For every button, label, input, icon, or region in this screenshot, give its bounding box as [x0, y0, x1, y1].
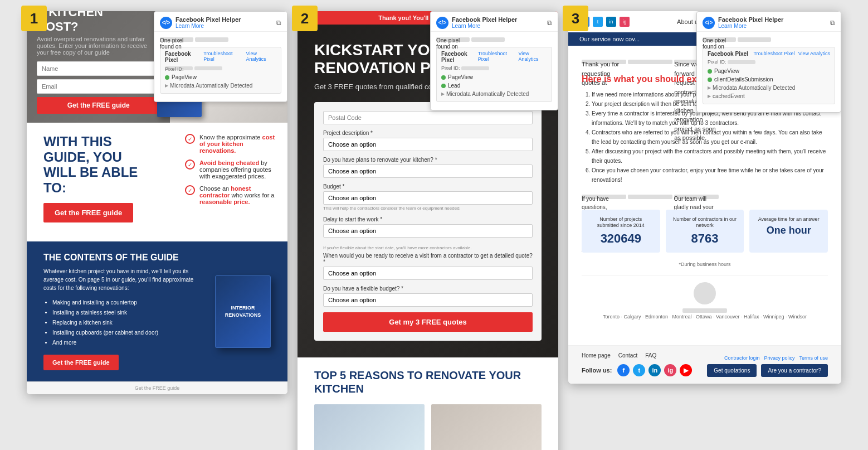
- contact-note: If you have questions, suggestions or co…: [582, 192, 828, 201]
- nav-ig-icon[interactable]: ig: [620, 17, 630, 27]
- pixel-learn-more-2[interactable]: Learn More: [452, 23, 517, 29]
- page3-footer: Home page Contact FAQ Contractor login P…: [568, 345, 841, 384]
- nav-tw-icon[interactable]: t: [593, 17, 603, 27]
- pixel-event-pageview-label: PageView: [448, 74, 473, 80]
- pixel-learn-more-3[interactable]: Learn More: [718, 23, 783, 29]
- footer-link-faq[interactable]: FAQ: [645, 352, 656, 359]
- guide-cta-button[interactable]: Get the FREE guide: [43, 355, 119, 370]
- pixel-cached-label: cachedEvent: [713, 93, 745, 99]
- pixel-title-block: Facebook Pixel Helper Learn More: [175, 16, 241, 29]
- pixel-section-1: Facebook Pixel Troubleshoot Pixel View A…: [160, 47, 281, 94]
- footer-terms[interactable]: Terms of use: [799, 355, 828, 361]
- plans-select[interactable]: Choose an option: [323, 164, 533, 178]
- expect-item-6: Once you have chosen your contractor, en…: [592, 166, 828, 185]
- reason-image-2: [431, 404, 542, 450]
- view-analytics-link-2[interactable]: View Analytics: [518, 51, 547, 63]
- pixel-id-row-3: Pixel ID:: [708, 59, 830, 65]
- pixel-learn-more[interactable]: Learn More: [175, 23, 241, 29]
- get-quotations-button[interactable]: Get quotations: [707, 364, 757, 377]
- footer-ig-icon[interactable]: ig: [664, 364, 676, 376]
- footer-link-contact[interactable]: Contact: [618, 352, 637, 359]
- person-avatar: [694, 282, 716, 304]
- pixel-title: Facebook Pixel Helper: [175, 16, 241, 23]
- page2-form[interactable]: Project description * Choose an option D…: [314, 102, 542, 341]
- step-1-number: 1: [21, 6, 47, 31]
- flexible-budget-field[interactable]: Do you have a flexible budget? * Choose …: [323, 286, 533, 307]
- pixel-dot-2b: [441, 84, 446, 88]
- footer-text: Get the FREE guide: [135, 385, 180, 391]
- footer-privacy-policy[interactable]: Privacy policy: [764, 355, 794, 361]
- footer-link-home[interactable]: Home page: [582, 352, 611, 359]
- view-analytics-link-3[interactable]: View Analytics: [798, 51, 830, 57]
- plans-field[interactable]: Do you have plans to renovate your kitch…: [323, 157, 533, 178]
- check-icon-2: ✓: [185, 159, 195, 170]
- pixel-header-left-2: </> Facebook Pixel Helper Learn More: [436, 16, 517, 29]
- check-item-2: ✓ Avoid being cheated by companies offer…: [185, 159, 276, 180]
- email-input[interactable]: [37, 79, 160, 94]
- step-1-wrapper: 1 </> Facebook Pixel Helper Learn More ⧉…: [27, 11, 287, 394]
- pixel-id-value: [194, 66, 222, 70]
- visit-label: When would you be ready to receive a vis…: [323, 253, 533, 265]
- email-blur-2: [628, 195, 672, 199]
- footer-nav: Home page Contact FAQ: [582, 352, 656, 359]
- postal-input[interactable]: [323, 111, 533, 124]
- email-blur: [628, 60, 672, 64]
- postal-field[interactable]: [323, 111, 533, 124]
- stat-card-1: Number of projects submitted since 2014 …: [582, 210, 660, 253]
- page2-submit-button[interactable]: Get my 3 FREE quotes: [323, 312, 533, 332]
- visit-field[interactable]: When would you be ready to receive a vis…: [323, 253, 533, 280]
- hero-title: HOW MUCH DOESA KITCHENCOST?: [37, 11, 160, 33]
- pixel-microdata-row-2: ▶ Microdata Automatically Detected: [441, 90, 547, 98]
- view-analytics-link[interactable]: View Analytics: [246, 51, 276, 63]
- guide-list-item: Installing cupboards (per cabinet and do…: [52, 328, 206, 338]
- pixel-title-block-3: Facebook Pixel Helper Learn More: [718, 16, 783, 29]
- contractor-button[interactable]: Are you a contractor?: [761, 364, 828, 377]
- footer-yt-icon[interactable]: ▶: [680, 364, 692, 376]
- check-text-2: Avoid being cheated by companies offerin…: [199, 159, 276, 180]
- footer-fb-icon[interactable]: f: [617, 364, 630, 376]
- thank-text-part1: Thank you for requesting quotes at: [582, 60, 626, 64]
- stat3-label: Average time for an answer: [756, 216, 821, 223]
- page1-right-col: ✓ Know the approximate cost of your kitc…: [163, 123, 287, 241]
- delay-field[interactable]: Delay to start the work * Choose an opti…: [323, 216, 533, 238]
- project-field[interactable]: Project description * Choose an option: [323, 130, 533, 151]
- pixel-url-blur-3: [738, 37, 771, 42]
- page1-left-col: WITH THIS GUIDE, YOU WILL BE ABLE TO: Ge…: [27, 123, 163, 241]
- guide-list-item: Installing a stainless steel sink: [52, 308, 206, 318]
- footer-li-icon[interactable]: in: [648, 364, 661, 376]
- troubleshoot-link-2[interactable]: Troubleshoot Pixel: [478, 51, 515, 63]
- footer-contractor-login[interactable]: Contractor login: [724, 355, 760, 361]
- pixel-popup-header-2: </> Facebook Pixel Helper Learn More ⧉: [431, 12, 558, 32]
- guide-title: THE CONTENTS OF THE GUIDE: [43, 253, 206, 263]
- name-input[interactable]: [37, 61, 160, 76]
- flexible-budget-select[interactable]: Choose an option: [323, 293, 533, 307]
- nav-li-icon[interactable]: in: [606, 17, 616, 27]
- delay-select[interactable]: Choose an option: [323, 224, 533, 238]
- guide-list-item: And more: [52, 338, 206, 348]
- hero-cta-button[interactable]: Get the FREE guide: [37, 97, 160, 114]
- main-cta-button[interactable]: Get the FREE guide: [43, 203, 133, 222]
- visit-select[interactable]: Choose an option: [323, 267, 533, 280]
- pixel-header-left-3: </> Facebook Pixel Helper Learn More: [703, 16, 783, 29]
- pixel-microdata-row: ▶ Microdata Automatically Detected: [165, 81, 276, 90]
- external-link-icon-2[interactable]: ⧉: [547, 19, 552, 27]
- external-link-icon[interactable]: ⧉: [276, 19, 281, 27]
- pixel-found-text: One pixel found on: [160, 36, 281, 42]
- footer-tw-icon[interactable]: t: [633, 364, 645, 376]
- troubleshoot-link[interactable]: Troubleshoot Pixel: [203, 51, 242, 63]
- checklist: ✓ Know the approximate cost of your kitc…: [185, 134, 276, 205]
- pixel-cached-row: ▶ cachedEvent: [708, 92, 830, 100]
- check-text-3: Choose an honest contractor who works fo…: [199, 185, 276, 205]
- stat2-label: Number of contractors in our network: [672, 216, 738, 229]
- external-link-icon-3[interactable]: ⧉: [830, 19, 835, 27]
- pixel-popup-1: </> Facebook Pixel Helper Learn More ⧉ O…: [154, 11, 287, 102]
- pixel-links: Troubleshoot Pixel View Analytics: [203, 51, 276, 63]
- budget-select[interactable]: Choose an option: [323, 191, 533, 205]
- pixel-section-3: Facebook Pixel Troubleshoot Pixel View A…: [703, 47, 835, 104]
- project-select[interactable]: Choose an option: [323, 138, 533, 151]
- hero-form[interactable]: Get the FREE guide: [37, 61, 160, 114]
- budget-field[interactable]: Budget * Choose an option This will help…: [323, 183, 533, 211]
- troubleshoot-link-3[interactable]: Troubleshoot Pixel: [753, 51, 794, 57]
- note-text-2: Our team will gladly read your e-mails a…: [674, 195, 719, 199]
- pixel-event-row-1: PageView: [165, 73, 276, 81]
